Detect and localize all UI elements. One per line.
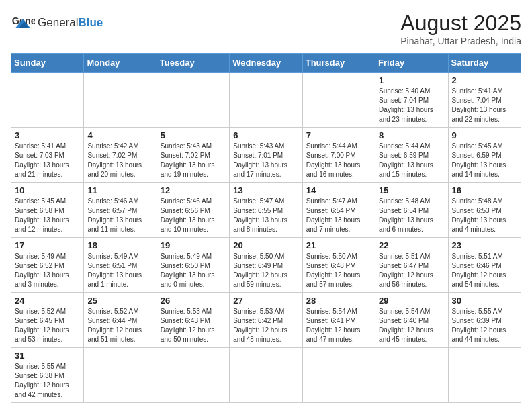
day-number: 13 — [233, 185, 298, 195]
day-number: 28 — [306, 295, 371, 306]
calendar-cell: 13Sunrise: 5:47 AM Sunset: 6:55 PM Dayli… — [230, 183, 302, 238]
logo-blue: Blue — [78, 16, 103, 29]
calendar-title: August 2025 — [400, 11, 521, 36]
day-info: Sunrise: 5:47 AM Sunset: 6:54 PM Dayligh… — [306, 197, 371, 234]
day-info: Sunrise: 5:51 AM Sunset: 6:46 PM Dayligh… — [452, 252, 517, 289]
day-number: 18 — [87, 240, 152, 250]
day-number: 1 — [379, 75, 444, 85]
day-number: 25 — [87, 295, 152, 306]
day-number: 6 — [233, 130, 298, 140]
day-info: Sunrise: 5:50 AM Sunset: 6:48 PM Dayligh… — [306, 252, 371, 289]
title-area: August 2025 Pinahat, Uttar Pradesh, Indi… — [400, 11, 521, 46]
calendar-row: 1Sunrise: 5:40 AM Sunset: 7:04 PM Daylig… — [11, 73, 521, 128]
day-number: 2 — [452, 75, 517, 85]
day-info: Sunrise: 5:52 AM Sunset: 6:44 PM Dayligh… — [87, 307, 152, 345]
day-info: Sunrise: 5:54 AM Sunset: 6:40 PM Dayligh… — [379, 307, 444, 345]
calendar-cell — [375, 348, 448, 403]
day-info: Sunrise: 5:48 AM Sunset: 6:54 PM Dayligh… — [379, 197, 444, 234]
day-info: Sunrise: 5:49 AM Sunset: 6:52 PM Dayligh… — [15, 252, 80, 289]
day-info: Sunrise: 5:41 AM Sunset: 7:03 PM Dayligh… — [15, 142, 80, 179]
day-info: Sunrise: 5:40 AM Sunset: 7:04 PM Dayligh… — [379, 87, 444, 124]
calendar-cell: 1Sunrise: 5:40 AM Sunset: 7:04 PM Daylig… — [375, 73, 448, 128]
day-number: 31 — [15, 351, 80, 361]
day-info: Sunrise: 5:41 AM Sunset: 7:04 PM Dayligh… — [452, 87, 517, 124]
day-number: 3 — [15, 130, 80, 140]
day-info: Sunrise: 5:42 AM Sunset: 7:02 PM Dayligh… — [87, 142, 152, 179]
day-number: 16 — [452, 185, 517, 195]
day-info: Sunrise: 5:52 AM Sunset: 6:45 PM Dayligh… — [15, 307, 80, 345]
calendar-cell: 18Sunrise: 5:49 AM Sunset: 6:51 PM Dayli… — [84, 238, 157, 293]
calendar-cell — [157, 348, 229, 403]
calendar-cell: 17Sunrise: 5:49 AM Sunset: 6:52 PM Dayli… — [11, 238, 84, 293]
day-info: Sunrise: 5:45 AM Sunset: 6:58 PM Dayligh… — [15, 197, 80, 234]
day-info: Sunrise: 5:53 AM Sunset: 6:43 PM Dayligh… — [161, 307, 226, 345]
calendar-cell — [157, 73, 229, 128]
day-number: 30 — [452, 295, 517, 306]
calendar-subtitle: Pinahat, Uttar Pradesh, India — [400, 36, 521, 46]
weekday-header-cell: Sunday — [11, 54, 84, 73]
day-info: Sunrise: 5:55 AM Sunset: 6:38 PM Dayligh… — [15, 362, 80, 400]
day-number: 21 — [306, 240, 371, 250]
day-number: 9 — [452, 130, 517, 140]
calendar-cell: 19Sunrise: 5:49 AM Sunset: 6:50 PM Dayli… — [157, 238, 229, 293]
day-info: Sunrise: 5:49 AM Sunset: 6:51 PM Dayligh… — [87, 252, 152, 289]
logo-general: General — [38, 16, 78, 29]
calendar-row: 10Sunrise: 5:45 AM Sunset: 6:58 PM Dayli… — [11, 183, 521, 238]
day-info: Sunrise: 5:46 AM Sunset: 6:56 PM Dayligh… — [161, 197, 226, 234]
calendar-cell: 22Sunrise: 5:51 AM Sunset: 6:47 PM Dayli… — [375, 238, 448, 293]
day-info: Sunrise: 5:50 AM Sunset: 6:49 PM Dayligh… — [233, 252, 298, 289]
calendar-cell — [84, 73, 157, 128]
day-number: 15 — [379, 185, 444, 195]
day-number: 5 — [161, 130, 226, 140]
day-info: Sunrise: 5:44 AM Sunset: 6:59 PM Dayligh… — [379, 142, 444, 179]
calendar-cell: 26Sunrise: 5:53 AM Sunset: 6:43 PM Dayli… — [157, 293, 229, 348]
logo-icon: General — [11, 11, 35, 35]
calendar-cell: 3Sunrise: 5:41 AM Sunset: 7:03 PM Daylig… — [11, 128, 84, 183]
day-number: 29 — [379, 295, 444, 306]
calendar-cell: 14Sunrise: 5:47 AM Sunset: 6:54 PM Dayli… — [302, 183, 375, 238]
day-info: Sunrise: 5:44 AM Sunset: 7:00 PM Dayligh… — [306, 142, 371, 179]
calendar-row: 3Sunrise: 5:41 AM Sunset: 7:03 PM Daylig… — [11, 128, 521, 183]
day-number: 14 — [306, 185, 371, 195]
weekday-header-cell: Tuesday — [157, 54, 229, 73]
day-number: 19 — [161, 240, 226, 250]
calendar-cell — [448, 348, 521, 403]
calendar-cell: 27Sunrise: 5:53 AM Sunset: 6:42 PM Dayli… — [230, 293, 302, 348]
day-number: 17 — [15, 240, 80, 250]
calendar-cell — [11, 73, 84, 128]
calendar-cell: 5Sunrise: 5:43 AM Sunset: 7:02 PM Daylig… — [157, 128, 229, 183]
calendar-cell: 24Sunrise: 5:52 AM Sunset: 6:45 PM Dayli… — [11, 293, 84, 348]
calendar-cell: 12Sunrise: 5:46 AM Sunset: 6:56 PM Dayli… — [157, 183, 229, 238]
day-number: 20 — [233, 240, 298, 250]
calendar-cell: 30Sunrise: 5:55 AM Sunset: 6:39 PM Dayli… — [448, 293, 521, 348]
calendar-row: 24Sunrise: 5:52 AM Sunset: 6:45 PM Dayli… — [11, 293, 521, 348]
weekday-header-cell: Wednesday — [230, 54, 302, 73]
calendar-cell — [230, 348, 302, 403]
day-number: 23 — [452, 240, 517, 250]
calendar-row: 17Sunrise: 5:49 AM Sunset: 6:52 PM Dayli… — [11, 238, 521, 293]
day-info: Sunrise: 5:49 AM Sunset: 6:50 PM Dayligh… — [161, 252, 226, 289]
weekday-header-row: SundayMondayTuesdayWednesdayThursdayFrid… — [11, 54, 521, 73]
day-number: 4 — [87, 130, 152, 140]
calendar-cell — [302, 348, 375, 403]
page-header: General GeneralBlue August 2025 Pinahat,… — [11, 11, 521, 46]
calendar-cell: 2Sunrise: 5:41 AM Sunset: 7:04 PM Daylig… — [448, 73, 521, 128]
calendar-cell: 28Sunrise: 5:54 AM Sunset: 6:41 PM Dayli… — [302, 293, 375, 348]
weekday-header-cell: Friday — [375, 54, 448, 73]
day-info: Sunrise: 5:53 AM Sunset: 6:42 PM Dayligh… — [233, 307, 298, 345]
calendar-cell: 10Sunrise: 5:45 AM Sunset: 6:58 PM Dayli… — [11, 183, 84, 238]
day-number: 24 — [15, 295, 80, 306]
calendar-cell — [84, 348, 157, 403]
calendar-cell: 25Sunrise: 5:52 AM Sunset: 6:44 PM Dayli… — [84, 293, 157, 348]
day-number: 10 — [15, 185, 80, 195]
logo: General GeneralBlue — [11, 11, 103, 35]
weekday-header-cell: Monday — [84, 54, 157, 73]
day-info: Sunrise: 5:45 AM Sunset: 6:59 PM Dayligh… — [452, 142, 517, 179]
calendar-cell: 9Sunrise: 5:45 AM Sunset: 6:59 PM Daylig… — [448, 128, 521, 183]
calendar-cell: 11Sunrise: 5:46 AM Sunset: 6:57 PM Dayli… — [84, 183, 157, 238]
calendar-cell: 20Sunrise: 5:50 AM Sunset: 6:49 PM Dayli… — [230, 238, 302, 293]
calendar-cell: 21Sunrise: 5:50 AM Sunset: 6:48 PM Dayli… — [302, 238, 375, 293]
calendar-cell — [302, 73, 375, 128]
day-number: 8 — [379, 130, 444, 140]
calendar-cell: 6Sunrise: 5:43 AM Sunset: 7:01 PM Daylig… — [230, 128, 302, 183]
